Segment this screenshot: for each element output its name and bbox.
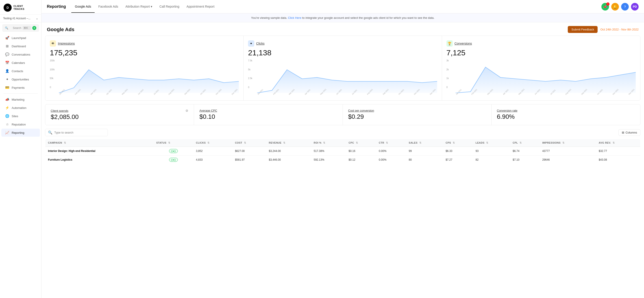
metric-name-impressions[interactable]: Impressions [58,42,75,45]
col-header-campaign[interactable]: CAMPAIGN ⇅ [45,139,154,147]
table-toolbar: 🔍 ⊞ Columns [45,129,640,136]
date-range[interactable]: Oct 24th 2022 - Nov 8th 2022 [600,28,638,31]
metric-label-clicks: ✦ Clicks [248,40,437,47]
reporting-title: Reporting [47,4,66,9]
columns-button[interactable]: ⊞ Columns [618,129,640,136]
sidebar-item-opportunities[interactable]: ✦Opportunities [1,75,40,83]
y-labels-impressions: 150k100k50k0 [50,59,59,88]
stat-cell-client-spends: Client spends ⚙ $2,085.00 [45,104,194,125]
table-section: 🔍 ⊞ Columns CAMPAIGN ⇅STATUS ⇅CLICKS ⇅CO… [45,129,640,164]
nav-label-marketing: Marketing [12,98,24,101]
tab-call-reporting[interactable]: Call Reporting [156,1,183,13]
search-input[interactable] [54,131,105,134]
col-header-cps[interactable]: CPS ⇅ [443,139,473,147]
logo-icon: D [4,3,12,12]
metric-value-clicks: 21,138 [248,48,437,57]
opportunities-icon: ✦ [5,77,10,81]
stat-label-conversion-rate[interactable]: Conversion rate [497,109,518,112]
sidebar-item-conversations[interactable]: 💬Conversations [1,50,40,58]
col-header-leads[interactable]: LEADS ⇅ [473,139,510,147]
stat-label-average-cpc[interactable]: Average CPC [199,109,217,112]
tab-appointment-report[interactable]: Appointment Report [183,1,218,13]
tabs-container: Google AdsFacebook AdsAttribution Report… [71,1,218,13]
sidebar-item-sites[interactable]: 🌐Sites [1,112,40,120]
sample-banner: You're viewing sample data. Click Here t… [42,13,644,22]
notification-badge: 3 [606,2,610,5]
col-header-cpc[interactable]: CPC ⇅ [346,139,376,147]
tab-attribution-report[interactable]: Attribution Report ▾ [122,1,156,13]
page-header: Google Ads Submit Feedback Oct 24th 2022… [42,22,644,36]
marketing-icon: 📣 [5,97,10,101]
sort-icon-cpc: ⇅ [356,141,358,144]
bell-button[interactable]: 🔔 [611,3,619,10]
col-header-status[interactable]: STATUS ⇅ [154,139,193,147]
sidebar-item-marketing[interactable]: 📣Marketing [1,95,40,103]
nav-label-launchpad: Launchpad [12,36,26,40]
search-icon: 🔍 [5,26,12,29]
launchpad-icon: 🚀 [5,36,10,40]
sort-icon-clicks: ⇅ [208,141,210,144]
chart-area-conversions [456,59,636,93]
metric-cards: 👁 Impressions 175,235 150k100k50k0 Jan 2… [45,36,640,101]
content-area: You're viewing sample data. Click Here t… [42,13,644,298]
gear-icon[interactable]: ⚙ [186,109,188,112]
sort-icon-avg-rev: ⇅ [612,141,615,144]
table-row[interactable]: Furniture Logistics((●))4,833$581.97$3,4… [45,156,640,164]
sort-icon-cps: ⇅ [453,141,455,144]
col-header-cpl[interactable]: CPL ⇅ [510,139,540,147]
metric-card-conversions: 🏆 Conversions 7,125 3k2k1k0 Jan 2021Feb … [442,36,640,100]
stat-label-cost-per-conversion[interactable]: Cost per conversion [348,109,374,112]
conversations-icon: 💬 [5,52,10,56]
feedback-button[interactable]: Submit Feedback [568,26,598,33]
stat-value-client-spends: $2,085.00 [51,113,188,121]
table-row[interactable]: Interior Design: High-end Residential((●… [45,147,640,156]
header-icons: 📣 3 🔔 ? PD [602,3,638,10]
col-header-impressions[interactable]: IMPRESSIONS ⇅ [540,139,596,147]
add-button[interactable]: + [32,26,36,30]
sidebar-item-reporting[interactable]: 📈Reporting [1,129,40,137]
metric-label-conversions: 🏆 Conversions [446,40,636,47]
svg-marker-2 [456,67,636,93]
stat-row: Client spends ⚙ $2,085.00 Average CPC $0… [45,104,640,125]
nav-label-sites: Sites [12,114,18,118]
metric-name-conversions[interactable]: Conversions [454,42,472,45]
nav-label-dashboard: Dashboard [12,45,26,48]
metric-icon-conversions: 🏆 [446,40,453,47]
col-header-revenue[interactable]: REVENUE ⇅ [266,139,311,147]
col-header-ctr[interactable]: CTR ⇅ [376,139,406,147]
sidebar-item-calendars[interactable]: 📅Calendars [1,59,40,67]
top-nav: Reporting Google AdsFacebook AdsAttribut… [47,1,218,13]
calendars-icon: 📅 [5,61,10,65]
search-bar[interactable]: 🔍 Search ⌘K + [2,24,39,32]
dashboard-icon: ⊞ [5,44,10,48]
notification-button[interactable]: 📣 3 [602,3,609,10]
col-header-cost[interactable]: COST ⇅ [232,139,266,147]
sidebar-item-payments[interactable]: 💳Payments [1,84,40,92]
data-table: CAMPAIGN ⇅STATUS ⇅CLICKS ⇅COST ⇅REVENUE … [45,139,640,164]
page-title: Google Ads [47,27,74,32]
stat-label-client-spends[interactable]: Client spends [51,109,68,112]
col-header-roi[interactable]: ROI % ⇅ [311,139,346,147]
sidebar-item-dashboard[interactable]: ⊞Dashboard [1,42,40,50]
user-avatar[interactable]: PD [631,3,638,10]
sidebar-item-reputation[interactable]: ☆Reputation [1,120,40,128]
tab-google-ads[interactable]: Google Ads [71,1,95,13]
sidebar-item-contacts[interactable]: 👤Contacts [1,67,40,75]
sort-icon-campaign: ⇅ [64,141,66,144]
sidebar-item-launchpad[interactable]: 🚀Launchpad [1,34,40,42]
status-badge: ((●)) [169,149,178,153]
sidebar-item-automation[interactable]: ⚡Automation [1,104,40,112]
chart-clicks [257,59,437,93]
click-here-link[interactable]: Click Here [288,16,301,19]
logo-text: CLIENT TRACKS [14,5,24,10]
help-button[interactable]: ? [621,3,629,10]
reporting-icon: 📈 [5,131,10,135]
metric-name-clicks[interactable]: Clicks [256,42,264,45]
nav-label-reporting: Reporting [12,131,24,134]
table-search[interactable]: 🔍 [45,129,108,136]
col-header-avg-rev[interactable]: AVG REV. ⇅ [596,139,640,147]
account-selector[interactable]: Testing #1 Account --... ⌄ [0,14,41,22]
tab-facebook-ads[interactable]: Facebook Ads [95,1,122,13]
col-header-clicks[interactable]: CLICKS ⇅ [193,139,232,147]
col-header-sales[interactable]: SALES ⇅ [406,139,443,147]
